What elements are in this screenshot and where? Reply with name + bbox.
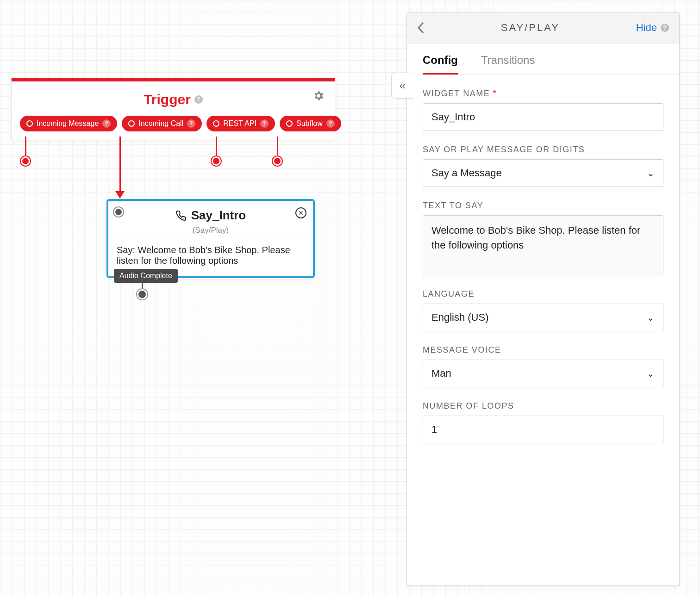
event-label: Subflow <box>296 119 323 128</box>
widget-name-input[interactable] <box>423 103 663 131</box>
hide-panel-button[interactable]: Hide ? <box>636 22 669 34</box>
connector-stub <box>277 137 278 157</box>
port-icon[interactable] <box>286 120 293 127</box>
event-incoming-message[interactable]: Incoming Message ? <box>20 116 117 131</box>
back-button[interactable] <box>417 22 425 34</box>
connector-line <box>119 137 121 192</box>
collapse-panel-button[interactable]: « <box>391 73 413 99</box>
select-value: English (US) <box>431 311 488 323</box>
select-value: Man <box>431 367 451 379</box>
tab-config[interactable]: Config <box>423 54 458 75</box>
panel-tabs: Config Transitions <box>407 44 679 75</box>
endpoint-rest-api[interactable] <box>212 156 221 166</box>
say-intro-widget[interactable]: Say_Intro (Say/Play) ✕ Say: Welcome to B… <box>106 199 315 278</box>
select-value: Say a Message <box>431 167 502 179</box>
label-text: WIDGET NAME <box>423 89 490 98</box>
flow-canvas[interactable]: Trigger ? Incoming Message ? Incoming Ca… <box>0 0 700 597</box>
help-icon[interactable]: ? <box>661 24 669 32</box>
text-to-say-label: TEXT TO SAY <box>423 201 663 211</box>
chevron-left-icon <box>417 22 425 34</box>
help-icon[interactable]: ? <box>194 95 203 104</box>
mode-label: SAY OR PLAY MESSAGE OR DIGITS <box>423 145 663 155</box>
event-subflow[interactable]: Subflow ? <box>280 116 341 131</box>
transition-audio-complete[interactable]: Audio Complete <box>114 269 178 283</box>
help-icon[interactable]: ? <box>326 119 335 128</box>
loops-input[interactable] <box>423 416 663 443</box>
config-panel: « SAY/PLAY Hide ? Config Transitions WID… <box>406 12 680 586</box>
connector-stub <box>25 137 26 157</box>
event-label: Incoming Call <box>138 119 183 128</box>
help-icon[interactable]: ? <box>102 119 111 128</box>
connector-stub <box>142 276 143 290</box>
connector-arrow-icon <box>115 191 125 199</box>
trigger-title-text: Trigger <box>144 92 191 107</box>
connector-stub <box>216 137 217 157</box>
language-label: LANGUAGE <box>423 289 663 299</box>
loops-label: NUMBER OF LOOPS <box>423 401 663 411</box>
widget-title: Say_Intro <box>175 208 246 223</box>
chevron-double-left-icon: « <box>400 79 406 92</box>
port-icon[interactable] <box>26 120 33 127</box>
chevron-down-icon: ⌄ <box>647 368 655 379</box>
text-to-say-input[interactable]: Welcome to Bob's Bike Shop. Please liste… <box>423 215 663 275</box>
chevron-down-icon: ⌄ <box>647 312 655 323</box>
mode-select[interactable]: Say a Message ⌄ <box>423 159 663 187</box>
required-asterisk: * <box>493 89 497 98</box>
chevron-down-icon: ⌄ <box>647 168 655 179</box>
event-label: Incoming Message <box>37 119 99 128</box>
event-label: REST API <box>223 119 256 128</box>
port-icon[interactable] <box>213 120 219 127</box>
phone-icon <box>175 210 187 221</box>
widget-subtitle: (Say/Play) <box>114 226 307 235</box>
panel-title: SAY/PLAY <box>501 22 560 34</box>
endpoint-incoming-message[interactable] <box>21 156 30 166</box>
output-port[interactable] <box>137 289 147 299</box>
gear-icon[interactable] <box>312 90 325 102</box>
voice-label: MESSAGE VOICE <box>423 345 663 355</box>
tab-transitions[interactable]: Transitions <box>481 54 535 75</box>
event-incoming-call[interactable]: Incoming Call ? <box>122 116 202 131</box>
port-icon[interactable] <box>128 120 135 127</box>
trigger-events-row: Incoming Message ? Incoming Call ? REST … <box>12 116 335 140</box>
language-select[interactable]: English (US) ⌄ <box>423 304 663 331</box>
config-form: WIDGET NAME * SAY OR PLAY MESSAGE OR DIG… <box>407 75 679 457</box>
help-icon[interactable]: ? <box>260 119 269 128</box>
widget-title-text: Say_Intro <box>191 208 246 223</box>
event-rest-api[interactable]: REST API ? <box>206 116 275 131</box>
trigger-widget[interactable]: Trigger ? Incoming Message ? Incoming Ca… <box>11 78 335 140</box>
endpoint-subflow[interactable] <box>273 156 282 166</box>
hide-label: Hide <box>636 22 657 34</box>
help-icon[interactable]: ? <box>187 119 195 128</box>
voice-select[interactable]: Man ⌄ <box>423 360 663 387</box>
widget-name-label: WIDGET NAME * <box>423 89 663 99</box>
trigger-title: Trigger ? <box>144 92 203 107</box>
close-icon[interactable]: ✕ <box>295 207 306 218</box>
